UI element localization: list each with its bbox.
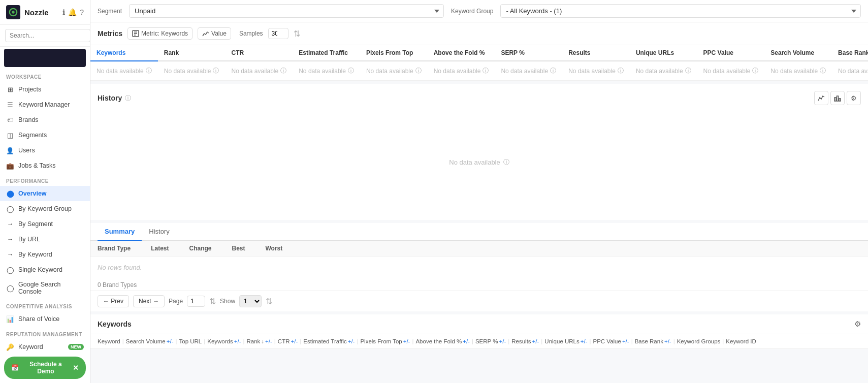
sidebar-item-by-url[interactable]: → By URL: [0, 232, 90, 247]
page-spinner[interactable]: ⇅: [209, 297, 216, 306]
show-label: Show: [220, 298, 235, 305]
sov-icon: 📊: [6, 315, 14, 323]
no-data-info-icon-9[interactable]: ⓘ: [752, 67, 758, 75]
prev-page-button[interactable]: ← Prev: [98, 295, 129, 307]
no-data-info-icon-5[interactable]: ⓘ: [483, 67, 489, 75]
next-page-button[interactable]: Next →: [133, 295, 165, 307]
by-url-icon: →: [6, 235, 14, 243]
sidebar-item-jobs-tasks[interactable]: 💼 Jobs & Tasks: [0, 158, 90, 173]
col-results[interactable]: Results: [562, 45, 630, 61]
col-serp[interactable]: SERP %: [495, 45, 562, 61]
history-no-data-icon[interactable]: ⓘ: [503, 158, 509, 167]
summary-count: 0 Brand Types: [90, 278, 868, 291]
metric-value-toggle[interactable]: Value: [198, 27, 231, 40]
summary-col-brand-type: Brand Type: [98, 245, 131, 252]
no-data-info-icon-6[interactable]: ⓘ: [550, 67, 556, 75]
no-data-info-icon-0[interactable]: ⓘ: [146, 67, 152, 75]
sidebar: Nozzle ℹ 🔔 ? ☰ WORKSPACE ⊞ Projects ☰ Ke…: [0, 0, 90, 383]
keyword-group-select[interactable]: - All Keywords - (1): [500, 4, 861, 18]
projects-icon: ⊞: [6, 85, 14, 93]
workspace-section-label: WORKSPACE: [0, 69, 90, 82]
app-title: Nozzle: [24, 8, 49, 17]
history-title: History: [98, 94, 122, 102]
sidebar-item-single-keyword[interactable]: ◯ Single Keyword: [0, 262, 90, 277]
tab-summary[interactable]: Summary: [98, 223, 142, 241]
keywords-header: Keywords ⚙: [90, 314, 868, 334]
no-data-info-icon-8[interactable]: ⓘ: [685, 67, 691, 75]
col-pixels[interactable]: Pixels From Top: [360, 45, 428, 61]
search-area: ☰: [0, 25, 90, 47]
sidebar-item-projects[interactable]: ⊞ Projects: [0, 82, 90, 97]
sidebar-item-keyword-reputation[interactable]: 🔑 Keyword NEW: [0, 339, 90, 355]
schedule-btn-icon: 📅: [11, 364, 19, 371]
col-base-rank[interactable]: Base Rank: [832, 45, 868, 61]
samples-input[interactable]: [268, 28, 288, 39]
summary-no-rows: No rows found.: [90, 257, 868, 278]
col-keywords[interactable]: Keywords: [90, 45, 158, 61]
history-bar-btn[interactable]: [830, 91, 845, 105]
keywords-title: Keywords: [98, 320, 132, 328]
sidebar-item-by-keyword-group[interactable]: ◯ By Keyword Group: [0, 201, 90, 216]
history-chart-btn[interactable]: [814, 91, 828, 105]
help-icon[interactable]: ?: [80, 8, 84, 16]
no-data-info-icon-7[interactable]: ⓘ: [618, 67, 624, 75]
sidebar-header: Nozzle ℹ 🔔 ?: [0, 0, 90, 25]
keyword-manager-icon: ☰: [6, 101, 14, 109]
col-search-vol[interactable]: Search Volume: [764, 45, 832, 61]
sidebar-header-icons: ℹ 🔔 ?: [62, 8, 84, 16]
no-data-info-icon-3[interactable]: ⓘ: [348, 67, 354, 75]
samples-spinner[interactable]: ⇅: [294, 29, 300, 39]
page-input[interactable]: [187, 296, 205, 307]
kw-col-keyword-id: Keyword ID: [726, 338, 756, 344]
no-data-info-icon-4[interactable]: ⓘ: [415, 67, 422, 75]
keywords-settings-icon[interactable]: ⚙: [854, 320, 861, 329]
schedule-close-icon[interactable]: ✕: [73, 364, 79, 372]
segment-label: Segment: [98, 8, 122, 15]
tab-history[interactable]: History: [142, 223, 176, 241]
no-data-info-icon-2[interactable]: ⓘ: [280, 67, 286, 75]
metric-keywords-toggle[interactable]: Metric: Keywords: [127, 27, 192, 40]
sidebar-item-by-segment[interactable]: → By Segment: [0, 216, 90, 232]
page-label: Page: [169, 298, 183, 305]
history-settings-btn[interactable]: ⚙: [847, 91, 861, 105]
sidebar-item-keyword-manager[interactable]: ☰ Keyword Manager: [0, 97, 90, 112]
svg-rect-8: [839, 99, 841, 101]
schedule-demo-button[interactable]: 📅 Schedule a Demo ✕: [4, 357, 86, 379]
by-keyword-icon: →: [6, 250, 14, 259]
sidebar-item-google-search-console[interactable]: ◯ Google Search Console: [0, 277, 90, 299]
no-data-info-icon-10[interactable]: ⓘ: [820, 67, 826, 75]
sidebar-item-segments[interactable]: ◫ Segments: [0, 127, 90, 143]
sidebar-item-by-keyword[interactable]: → By Keyword: [0, 247, 90, 262]
segment-select[interactable]: Unpaid: [129, 4, 444, 18]
sidebar-item-share-of-voice[interactable]: 📊 Share of Voice: [0, 311, 90, 327]
col-ppc[interactable]: PPC Value: [697, 45, 765, 61]
main-content: Segment Unpaid Keyword Group - All Keywo…: [90, 0, 868, 383]
sidebar-item-brands[interactable]: 🏷 Brands: [0, 112, 90, 127]
summary-section: Summary History Brand Type Latest Change…: [90, 223, 868, 311]
col-rank[interactable]: Rank: [158, 45, 226, 61]
show-spinner[interactable]: ⇅: [266, 297, 272, 306]
summary-col-latest: Latest: [151, 245, 169, 252]
kw-col-ctr: CTR +/-: [278, 338, 298, 344]
kw-col-keyword-groups: Keyword Groups: [677, 338, 721, 344]
info-icon[interactable]: ℹ: [62, 8, 65, 16]
samples-label: Samples: [239, 30, 263, 37]
summary-col-best: Best: [232, 245, 245, 252]
sidebar-item-users[interactable]: 👤 Users: [0, 143, 90, 158]
kw-col-est-traffic: Estimated Traffic +/-: [303, 338, 355, 344]
col-est-traffic[interactable]: Estimated Traffic: [293, 45, 360, 61]
col-unique-urls[interactable]: Unique URLs: [630, 45, 697, 61]
kw-col-ppc: PPC Value +/-: [593, 338, 629, 344]
no-data-info-icon-1[interactable]: ⓘ: [213, 67, 219, 75]
by-kw-group-icon: ◯: [6, 205, 14, 213]
col-above-fold[interactable]: Above the Fold %: [428, 45, 495, 61]
single-keyword-icon: ◯: [6, 266, 14, 274]
sidebar-item-overview[interactable]: ⬤ Overview: [0, 186, 90, 201]
col-ctr[interactable]: CTR: [225, 45, 293, 61]
kw-col-results: Results +/-: [511, 338, 539, 344]
show-select[interactable]: 1: [239, 295, 262, 307]
search-input[interactable]: [5, 29, 90, 42]
notification-icon[interactable]: 🔔: [68, 8, 77, 16]
history-info-icon[interactable]: ⓘ: [125, 94, 131, 103]
content-area: Metrics Metric: Keywords Value Samples ⇅…: [90, 22, 868, 383]
